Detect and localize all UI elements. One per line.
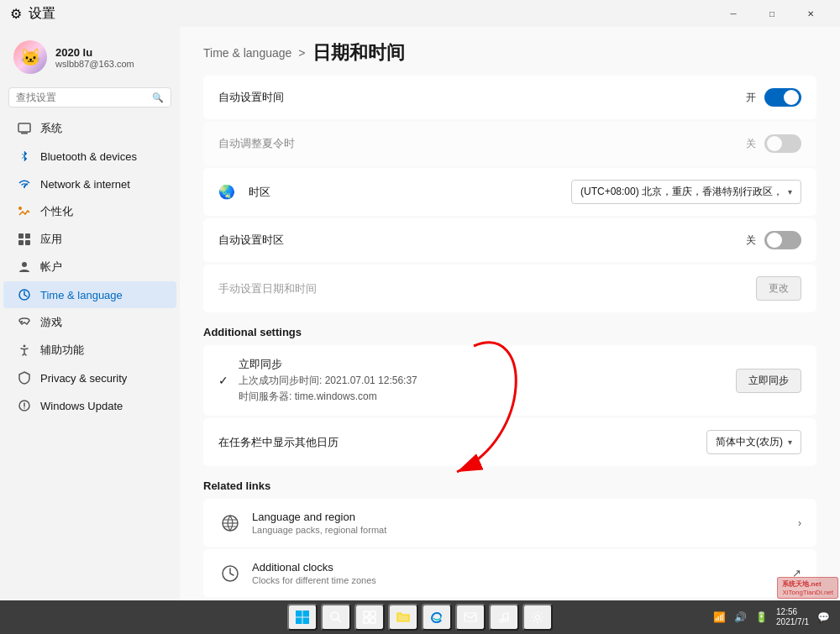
search-icon: 🔍 xyxy=(152,92,164,103)
sidebar-item-windows-update[interactable]: Windows Update xyxy=(3,392,176,419)
calendar-dropdown[interactable]: 简体中文(农历) ▾ xyxy=(706,430,801,454)
additional-clocks-left: Additional clocks Clocks for different t… xyxy=(218,561,376,585)
auto-dst-label: 自动调整夏令时 xyxy=(218,136,295,151)
svg-point-3 xyxy=(18,207,22,210)
sidebar-item-system[interactable]: 系统 xyxy=(3,115,176,142)
breadcrumb: Time & language > 日期和时间 xyxy=(180,27,840,76)
svg-rect-0 xyxy=(18,123,30,132)
sidebar-item-apps[interactable]: 应用 xyxy=(3,226,176,253)
sidebar-item-bluetooth[interactable]: Bluetooth & devices xyxy=(3,143,176,170)
taskbar-mail-button[interactable] xyxy=(455,604,486,631)
sidebar-item-personalization[interactable]: 个性化 xyxy=(3,198,176,225)
sidebar-item-accounts[interactable]: 帐户 xyxy=(3,254,176,280)
sync-row: ✓ 立即同步 上次成功同步时间: 2021.07.01 12:56:37 时间服… xyxy=(203,345,816,416)
search-input[interactable] xyxy=(16,92,147,103)
calendar-label: 在任务栏中显示其他日历 xyxy=(218,435,339,450)
sidebar-label-time-language: Time & language xyxy=(40,289,123,301)
close-button[interactable]: ✕ xyxy=(791,0,830,27)
sidebar-label-gaming: 游戏 xyxy=(40,315,62,330)
taskbar-notification-icon[interactable]: 💬 xyxy=(814,608,833,626)
taskbar-search-button[interactable] xyxy=(321,604,351,631)
taskbar-battery-icon[interactable]: 🔋 xyxy=(752,608,771,626)
auto-time-toggle-thumb xyxy=(784,90,799,105)
taskbar-music-button[interactable] xyxy=(489,604,519,631)
taskbar-settings-button[interactable] xyxy=(522,604,553,631)
sidebar-item-network[interactable]: Network & internet xyxy=(3,170,176,197)
manual-datetime-button[interactable]: 更改 xyxy=(756,276,801,301)
maximize-button[interactable]: □ xyxy=(753,0,791,27)
sidebar-item-accessibility[interactable]: 辅助功能 xyxy=(3,337,176,364)
user-email: wslbb87@163.com xyxy=(55,59,134,69)
breadcrumb-separator: > xyxy=(298,46,305,60)
additional-clocks-row[interactable]: Additional clocks Clocks for different t… xyxy=(203,549,816,597)
taskbar: 📶 🔊 🔋 12:56 2021/7/1 💬 系统天地.net XiTongTi… xyxy=(0,600,840,634)
svg-point-2 xyxy=(24,186,25,188)
sidebar-item-privacy[interactable]: Privacy & security xyxy=(3,364,176,391)
personalization-icon xyxy=(17,204,32,219)
avatar: 🐱 xyxy=(13,40,47,74)
calendar-row: 在任务栏中显示其他日历 简体中文(农历) ▾ xyxy=(203,418,816,466)
time-language-icon xyxy=(17,287,32,302)
privacy-icon xyxy=(17,370,32,385)
timezone-icon: 🌏 xyxy=(218,184,235,200)
additional-clocks-subtitle: Clocks for different time zones xyxy=(252,575,376,585)
additional-clocks-title: Additional clocks xyxy=(252,561,376,574)
taskbar-system-tray: 📶 🔊 🔋 12:56 2021/7/1 💬 xyxy=(710,600,840,634)
minimize-button[interactable]: ─ xyxy=(714,0,753,27)
sidebar-label-privacy: Privacy & security xyxy=(40,372,127,385)
auto-dst-row: 自动调整夏令时 关 xyxy=(203,122,816,165)
sidebar-label-accounts: 帐户 xyxy=(40,259,62,275)
taskbar-edge-button[interactable] xyxy=(422,604,452,631)
sidebar-item-gaming[interactable]: 游戏 xyxy=(3,309,176,336)
svg-point-8 xyxy=(22,262,27,267)
auto-timezone-label: 自动设置时区 xyxy=(218,233,284,248)
user-profile[interactable]: 🐱 2020 lu wslbb87@163.com xyxy=(0,27,180,84)
svg-rect-1 xyxy=(21,133,28,134)
language-region-subtitle: Language packs, regional format xyxy=(252,525,386,535)
language-region-left: Language and region Language packs, regi… xyxy=(218,511,386,535)
system-icon xyxy=(17,121,32,136)
auto-time-toggle[interactable] xyxy=(764,88,801,107)
timezone-label: 时区 xyxy=(249,185,270,200)
nav-list: 系统 Bluetooth & devices Network & interne… xyxy=(0,114,180,420)
svg-point-33 xyxy=(536,616,540,620)
accounts-icon xyxy=(17,259,32,275)
svg-rect-30 xyxy=(465,613,476,621)
svg-rect-20 xyxy=(296,610,302,617)
titlebar-title: 设置 xyxy=(29,5,55,23)
related-links-header: Related links xyxy=(203,479,816,492)
settings-body: 自动设置时间 开 自动调整夏令时 关 xyxy=(180,76,840,600)
titlebar: ⚙ 设置 ─ □ ✕ xyxy=(0,0,840,27)
timezone-right[interactable]: (UTC+08:00) 北京，重庆，香港特别行政区， ▾ xyxy=(571,180,801,204)
sync-now-button[interactable]: 立即同步 xyxy=(736,369,801,393)
svg-rect-26 xyxy=(364,611,369,616)
taskbar-network-icon[interactable]: 📶 xyxy=(710,608,729,626)
sidebar-label-apps: 应用 xyxy=(40,232,62,247)
sync-label: 立即同步 xyxy=(239,357,417,372)
auto-timezone-toggle[interactable] xyxy=(764,231,801,249)
auto-timezone-toggle-thumb xyxy=(767,233,782,248)
auto-timezone-right: 关 xyxy=(746,231,801,249)
search-box[interactable]: 🔍 xyxy=(8,87,171,107)
taskbar-file-explorer-button[interactable] xyxy=(388,604,418,631)
auto-time-row: 自动设置时间 开 xyxy=(203,76,816,119)
language-region-info: Language and region Language packs, regi… xyxy=(252,511,386,535)
titlebar-icon: ⚙ xyxy=(10,6,22,22)
timezone-value: (UTC+08:00) 北京，重庆，香港特别行政区， xyxy=(580,185,783,199)
bluetooth-icon xyxy=(17,149,32,164)
auto-dst-toggle[interactable] xyxy=(764,134,801,153)
timezone-dropdown-arrow: ▾ xyxy=(788,187,792,196)
auto-time-label: 自动设置时间 xyxy=(218,90,284,105)
auto-timezone-toggle-label: 关 xyxy=(746,233,756,248)
taskbar-clock[interactable]: 12:56 2021/7/1 xyxy=(773,604,812,631)
sync-info: 立即同步 上次成功同步时间: 2021.07.01 12:56:37 时间服务器… xyxy=(239,357,417,404)
taskbar-start-button[interactable] xyxy=(287,604,318,631)
timezone-dropdown[interactable]: (UTC+08:00) 北京，重庆，香港特别行政区， ▾ xyxy=(571,180,801,204)
language-region-row[interactable]: Language and region Language packs, regi… xyxy=(203,499,816,547)
svg-line-25 xyxy=(338,619,341,622)
taskbar-volume-icon[interactable]: 🔊 xyxy=(731,608,750,626)
taskbar-task-view-button[interactable] xyxy=(354,604,385,631)
svg-rect-6 xyxy=(18,240,24,245)
breadcrumb-parent: Time & language xyxy=(203,46,291,60)
sidebar-item-time-language[interactable]: Time & language xyxy=(3,281,176,308)
